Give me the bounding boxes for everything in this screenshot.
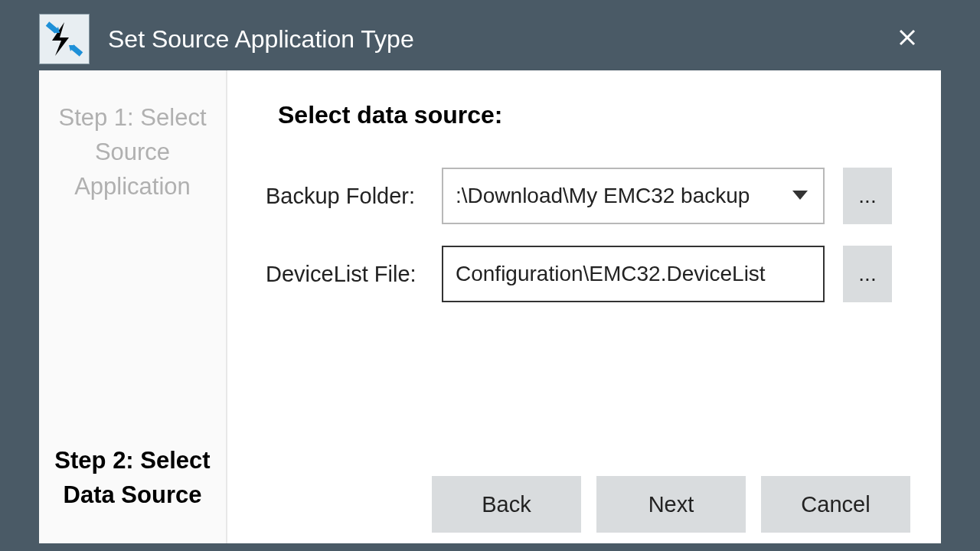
content-heading: Select data source: <box>278 101 910 129</box>
devicelist-file-browse-button[interactable]: ... <box>843 246 892 302</box>
wizard-step-1[interactable]: Step 1: Select Source Application <box>39 70 226 235</box>
backup-folder-label: Backup Folder: <box>266 184 442 209</box>
dialog-title: Set Source Application Type <box>108 25 892 54</box>
titlebar: Set Source Application Type <box>39 8 941 70</box>
wizard-sidebar: Step 1: Select Source Application Step 2… <box>39 70 227 543</box>
backup-folder-browse-button[interactable]: ... <box>843 168 892 224</box>
dialog-window: Set Source Application Type Step 1: Sele… <box>39 8 941 543</box>
wizard-button-row: Back Next Cancel <box>432 476 910 533</box>
next-button[interactable]: Next <box>596 476 746 533</box>
devicelist-file-label: DeviceList File: <box>266 262 442 287</box>
dialog-client-area: Step 1: Select Source Application Step 2… <box>39 70 941 543</box>
wizard-step-2[interactable]: Step 2: Select Data Source <box>39 413 226 543</box>
backup-folder-combobox[interactable] <box>442 168 825 224</box>
wizard-content: Select data source: Backup Folder: ... D… <box>227 70 941 543</box>
app-icon <box>39 14 90 64</box>
backup-folder-row: Backup Folder: ... <box>266 168 910 224</box>
devicelist-file-input[interactable] <box>442 246 825 302</box>
cancel-button[interactable]: Cancel <box>761 476 910 533</box>
close-button[interactable] <box>892 26 923 52</box>
devicelist-file-row: DeviceList File: ... <box>266 246 910 302</box>
close-icon <box>898 28 916 47</box>
back-button[interactable]: Back <box>432 476 581 533</box>
